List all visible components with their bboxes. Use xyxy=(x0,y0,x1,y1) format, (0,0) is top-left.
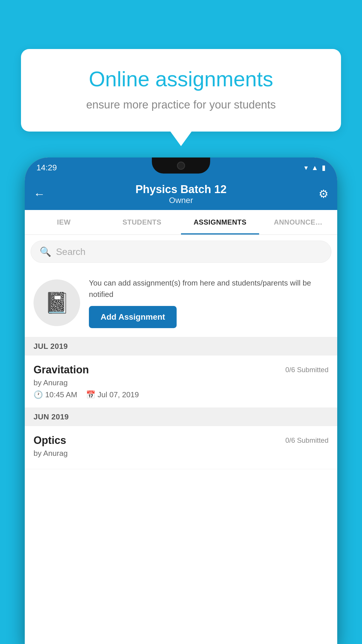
back-button[interactable]: ← xyxy=(34,188,45,201)
nav-subtitle: Owner xyxy=(136,196,227,205)
signal-icon: ▲ xyxy=(311,164,318,172)
section-header-jul: JUL 2019 xyxy=(25,337,337,356)
clock-icon: 🕐 xyxy=(34,390,43,399)
phone-inner: 14:29 ▾ ▲ ▮ ← Physics Batch 12 Owner ⚙ I… xyxy=(25,158,337,644)
tab-bar: IEW STUDENTS ASSIGNMENTS ANNOUNCE… xyxy=(25,210,337,235)
assignment-description: You can add assignment(s) from here and … xyxy=(89,277,328,300)
assignment-item-gravitation[interactable]: Gravitation 0/6 Submitted by Anurag 🕐 10… xyxy=(25,356,337,408)
meta-time: 🕐 10:45 AM xyxy=(34,390,77,399)
calendar-icon: 📅 xyxy=(86,390,95,399)
assignment-submitted: 0/6 Submitted xyxy=(285,366,328,374)
add-assignment-button[interactable]: Add Assignment xyxy=(89,306,177,328)
tab-announcements[interactable]: ANNOUNCE… xyxy=(259,210,337,235)
search-icon: 🔍 xyxy=(40,246,51,257)
assignment-item-header-optics: Optics 0/6 Submitted xyxy=(34,434,328,447)
phone-camera xyxy=(177,162,185,170)
tab-students[interactable]: STUDENTS xyxy=(103,210,181,235)
assignment-by-optics: by Anurag xyxy=(34,449,328,458)
assignment-name-optics: Optics xyxy=(34,434,66,447)
assignment-name: Gravitation xyxy=(34,364,89,376)
assignment-item-header: Gravitation 0/6 Submitted xyxy=(34,364,328,376)
phone-frame: 14:29 ▾ ▲ ▮ ← Physics Batch 12 Owner ⚙ I… xyxy=(25,158,337,644)
add-assignment-card: 📓 You can add assignment(s) from here an… xyxy=(25,269,337,337)
assignment-submitted-optics: 0/6 Submitted xyxy=(285,436,328,444)
assignment-date: Jul 07, 2019 xyxy=(98,390,139,399)
search-placeholder: Search xyxy=(56,246,85,257)
status-icons: ▾ ▲ ▮ xyxy=(304,164,326,172)
phone-notch xyxy=(152,158,210,174)
assignment-info: You can add assignment(s) from here and … xyxy=(89,277,328,328)
assignment-item-optics[interactable]: Optics 0/6 Submitted by Anurag xyxy=(25,426,337,469)
screen-content: 🔍 Search 📓 You can add assignment(s) fro… xyxy=(25,235,337,644)
bubble-subtitle: ensure more practice for your students xyxy=(38,99,324,111)
wifi-icon: ▾ xyxy=(304,164,308,172)
status-time: 14:29 xyxy=(36,163,57,172)
speech-bubble: Online assignments ensure more practice … xyxy=(21,49,341,132)
nav-bar: ← Physics Batch 12 Owner ⚙ xyxy=(25,178,337,210)
settings-button[interactable]: ⚙ xyxy=(319,188,328,200)
tab-iew[interactable]: IEW xyxy=(25,210,103,235)
section-header-jun: JUN 2019 xyxy=(25,408,337,426)
assignment-notebook-icon: 📓 xyxy=(44,291,70,315)
assignment-meta: 🕐 10:45 AM 📅 Jul 07, 2019 xyxy=(34,390,328,399)
tab-assignments[interactable]: ASSIGNMENTS xyxy=(181,210,259,235)
assignment-by: by Anurag xyxy=(34,378,328,387)
bubble-title: Online assignments xyxy=(38,66,324,92)
assignment-icon-circle: 📓 xyxy=(34,279,80,326)
battery-icon: ▮ xyxy=(322,164,326,172)
search-bar[interactable]: 🔍 Search xyxy=(31,241,331,263)
nav-title: Physics Batch 12 xyxy=(136,183,227,196)
assignment-time: 10:45 AM xyxy=(45,390,77,399)
meta-date: 📅 Jul 07, 2019 xyxy=(86,390,139,399)
nav-title-group: Physics Batch 12 Owner xyxy=(136,183,227,205)
